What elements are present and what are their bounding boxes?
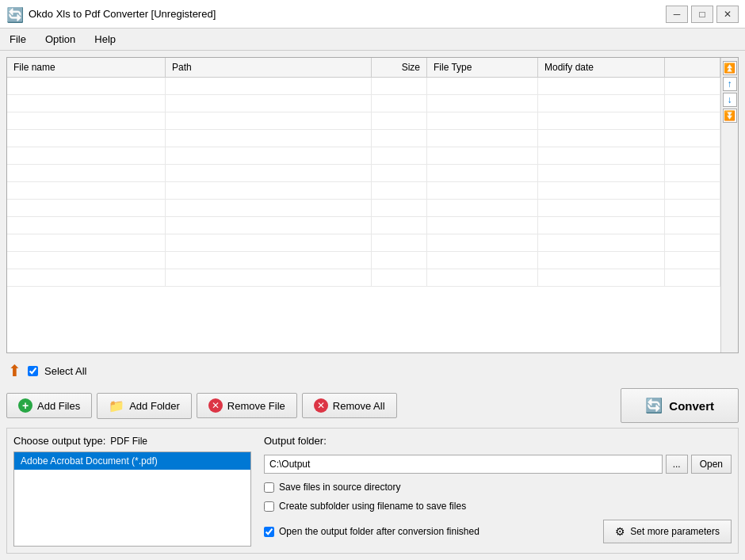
menu-help[interactable]: Help bbox=[88, 32, 122, 47]
output-type-label: Choose output type: bbox=[13, 435, 105, 447]
set-params-label: Set more parameters bbox=[630, 526, 720, 537]
create-subfolder-checkbox[interactable] bbox=[264, 501, 274, 512]
table-row bbox=[7, 165, 720, 182]
output-folder-row: ... Open bbox=[264, 455, 732, 474]
remove-all-icon: ✕ bbox=[314, 398, 328, 413]
scroll-up-icon: ↑ bbox=[728, 78, 732, 90]
close-button[interactable]: ✕ bbox=[716, 6, 739, 23]
add-files-button[interactable]: + Add Files bbox=[6, 393, 92, 418]
gear-icon: ⚙ bbox=[615, 525, 625, 538]
menu-file[interactable]: File bbox=[3, 32, 32, 47]
save-in-source-checkbox[interactable] bbox=[264, 482, 274, 493]
table-row bbox=[7, 200, 720, 217]
table-row bbox=[7, 78, 720, 95]
open-button[interactable]: Open bbox=[691, 455, 732, 474]
col-header-filetype: File Type bbox=[427, 58, 538, 77]
create-subfolder-label[interactable]: Create subfolder using filename to save … bbox=[279, 501, 466, 512]
col-header-path: Path bbox=[166, 58, 372, 77]
remove-file-label: Remove File bbox=[227, 400, 285, 412]
open-after-conversion-label[interactable]: Open the output folder after conversion … bbox=[279, 526, 479, 537]
add-files-icon: + bbox=[18, 398, 32, 413]
output-type-list[interactable]: Adobe Acrobat Document (*.pdf) bbox=[13, 451, 251, 547]
output-type-selected: PDF File bbox=[110, 436, 147, 447]
scroll-controls: ⏫ ↑ ↓ ⏬ bbox=[720, 58, 738, 352]
file-list-area: File name Path Size File Type Modify dat… bbox=[6, 57, 739, 353]
upload-icon: ⬆ bbox=[8, 361, 21, 380]
table-row bbox=[7, 112, 720, 130]
scroll-top-button[interactable]: ⏫ bbox=[723, 61, 737, 75]
scroll-down-icon: ↓ bbox=[728, 94, 732, 105]
scroll-up-button[interactable]: ↑ bbox=[723, 77, 737, 91]
table-row bbox=[7, 269, 720, 287]
table-row bbox=[7, 147, 720, 165]
col-header-modifydate: Modify date bbox=[538, 58, 665, 77]
col-header-filename: File name bbox=[7, 58, 166, 77]
scroll-bottom-icon: ⏬ bbox=[724, 110, 735, 121]
convert-label: Convert bbox=[669, 399, 714, 413]
file-table-body bbox=[7, 78, 720, 352]
add-folder-label: Add Folder bbox=[129, 400, 180, 412]
table-row bbox=[7, 130, 720, 147]
save-in-source-label[interactable]: Save files in source directory bbox=[279, 482, 400, 493]
app-title: Okdo Xls to Pdf Converter [Unregistered] bbox=[29, 8, 216, 20]
table-row bbox=[7, 234, 720, 252]
remove-all-label: Remove All bbox=[333, 400, 385, 412]
scroll-bottom-button[interactable]: ⏬ bbox=[723, 109, 737, 123]
action-bar: + Add Files 📁 Add Folder ✕ Remove File ✕… bbox=[6, 388, 739, 423]
app-logo-icon: 🔄 bbox=[6, 6, 22, 22]
remove-file-icon: ✕ bbox=[208, 398, 223, 413]
menu-option[interactable]: Option bbox=[39, 32, 82, 47]
maximize-button[interactable]: □ bbox=[691, 6, 713, 23]
col-header-size: Size bbox=[372, 58, 427, 77]
open-after-conversion-row: Open the output folder after conversion … bbox=[264, 526, 479, 537]
select-all-bar: ⬆ Select All bbox=[6, 358, 739, 383]
output-folder-panel: Output folder: ... Open Save files in so… bbox=[264, 435, 732, 547]
title-bar: 🔄 Okdo Xls to Pdf Converter [Unregistere… bbox=[0, 0, 745, 29]
minimize-button[interactable]: ─ bbox=[666, 6, 688, 23]
col-header-extra bbox=[665, 58, 720, 77]
convert-button[interactable]: 🔄 Convert bbox=[621, 388, 739, 423]
create-subfolder-row: Create subfolder using filename to save … bbox=[264, 501, 732, 512]
select-all-checkbox[interactable] bbox=[28, 366, 38, 376]
remove-all-button[interactable]: ✕ Remove All bbox=[302, 393, 397, 418]
main-container: File name Path Size File Type Modify dat… bbox=[0, 51, 745, 560]
open-after-conversion-checkbox[interactable] bbox=[264, 527, 274, 537]
browse-button[interactable]: ... bbox=[666, 455, 688, 474]
scroll-top-icon: ⏫ bbox=[724, 63, 735, 74]
save-in-source-row: Save files in source directory bbox=[264, 482, 732, 493]
window-controls: ─ □ ✕ bbox=[666, 6, 739, 23]
output-folder-label: Output folder: bbox=[264, 435, 732, 447]
file-table: File name Path Size File Type Modify dat… bbox=[7, 58, 720, 352]
select-all-label[interactable]: Select All bbox=[44, 365, 86, 377]
output-folder-input[interactable] bbox=[264, 455, 663, 474]
add-folder-icon: 📁 bbox=[109, 398, 124, 413]
table-row bbox=[7, 95, 720, 112]
remove-file-button[interactable]: ✕ Remove File bbox=[197, 393, 297, 418]
add-folder-button[interactable]: 📁 Add Folder bbox=[97, 393, 192, 419]
bottom-section: Choose output type: PDF File Adobe Acrob… bbox=[6, 428, 739, 554]
table-row bbox=[7, 217, 720, 234]
file-table-header: File name Path Size File Type Modify dat… bbox=[7, 58, 720, 78]
menu-bar: File Option Help bbox=[0, 29, 745, 51]
set-params-button[interactable]: ⚙ Set more parameters bbox=[603, 520, 732, 543]
table-row bbox=[7, 252, 720, 269]
add-files-label: Add Files bbox=[37, 400, 80, 412]
output-type-panel: Choose output type: PDF File Adobe Acrob… bbox=[13, 435, 251, 547]
table-row bbox=[7, 182, 720, 200]
output-type-item-pdf[interactable]: Adobe Acrobat Document (*.pdf) bbox=[14, 452, 250, 470]
scroll-down-button[interactable]: ↓ bbox=[723, 93, 737, 107]
convert-icon: 🔄 bbox=[645, 397, 663, 414]
